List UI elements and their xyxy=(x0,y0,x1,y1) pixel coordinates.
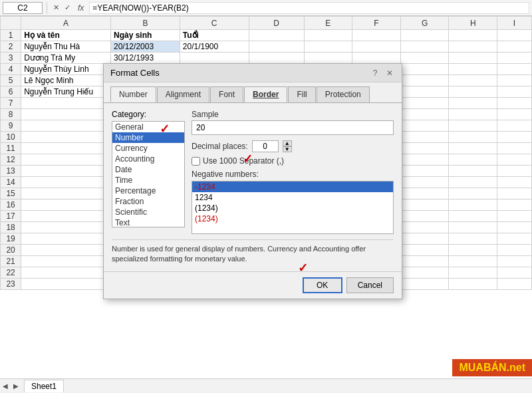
cell-r4c1[interactable]: Nguyễn Thùy Linh xyxy=(21,64,111,75)
cell-r23c7[interactable] xyxy=(400,279,449,290)
cell-r8c9[interactable] xyxy=(497,109,532,120)
cell-r16c1[interactable] xyxy=(21,199,111,211)
cell-r3c9[interactable] xyxy=(497,53,532,64)
cell-r17c1[interactable] xyxy=(21,211,111,222)
cell-r7c9[interactable] xyxy=(497,98,532,109)
tab-font[interactable]: Font xyxy=(210,86,243,102)
row-header-7[interactable]: 7 xyxy=(1,98,21,109)
cell-r21c7[interactable] xyxy=(400,256,449,267)
sheet-tab[interactable]: Sheet1 xyxy=(24,380,64,392)
col-header-c[interactable]: C xyxy=(180,17,249,30)
cell-r13c1[interactable] xyxy=(21,166,111,177)
format-cells-dialog[interactable]: Format Cells ? ✕ Number Alignment Font B… xyxy=(103,63,402,299)
category-item-general[interactable]: General xyxy=(112,122,184,132)
formula-input[interactable] xyxy=(89,2,529,14)
cell-r4c9[interactable] xyxy=(497,64,532,75)
separator-checkbox[interactable] xyxy=(192,157,200,166)
cell-r21c8[interactable] xyxy=(449,256,497,267)
cell-r12c7[interactable] xyxy=(400,154,449,166)
tab-fill[interactable]: Fill xyxy=(288,86,315,102)
dialog-titlebar[interactable]: Format Cells ? ✕ xyxy=(104,64,402,82)
cell-r23c1[interactable] xyxy=(21,279,111,290)
cell-r12c9[interactable] xyxy=(497,154,532,166)
cell-r20c1[interactable] xyxy=(21,245,111,256)
category-item-scientific[interactable]: Scientific xyxy=(112,207,184,217)
cell-r16c8[interactable] xyxy=(449,199,497,211)
row-header-13[interactable]: 13 xyxy=(1,166,21,177)
cell-r19c1[interactable] xyxy=(21,233,111,245)
cell-r22c9[interactable] xyxy=(497,267,532,279)
cell-r19c8[interactable] xyxy=(449,233,497,245)
cell-r13c9[interactable] xyxy=(497,166,532,177)
cell-r12c1[interactable] xyxy=(21,154,111,166)
cell-r22c1[interactable] xyxy=(21,267,111,279)
cell-r3c2[interactable]: 30/12/1993 xyxy=(111,53,180,64)
cell-r23c9[interactable] xyxy=(497,279,532,290)
cell-r11c8[interactable] xyxy=(449,143,497,154)
cell-r8c7[interactable] xyxy=(400,109,449,120)
cell-r17c7[interactable] xyxy=(400,211,449,222)
cell-r2c6[interactable] xyxy=(352,41,401,53)
cell-r16c9[interactable] xyxy=(497,199,532,211)
row-header-9[interactable]: 9 xyxy=(1,120,21,132)
sheet-nav-left[interactable]: ◀ xyxy=(3,382,8,390)
cell-r3c4[interactable] xyxy=(249,53,304,64)
col-header-b[interactable]: B xyxy=(111,17,180,30)
cell-r3c7[interactable] xyxy=(400,53,449,64)
row-header-23[interactable]: 23 xyxy=(1,279,21,290)
row-header-20[interactable]: 20 xyxy=(1,245,21,256)
cell-r6c7[interactable] xyxy=(400,86,449,98)
col-header-a[interactable]: A xyxy=(21,17,111,30)
cell-r7c1[interactable] xyxy=(21,98,111,109)
cell-r6c9[interactable] xyxy=(497,86,532,98)
col-header-e[interactable]: E xyxy=(304,17,352,30)
category-item-text[interactable]: Text xyxy=(112,217,184,227)
cell-r5c8[interactable] xyxy=(449,75,497,86)
cell-r8c8[interactable] xyxy=(449,109,497,120)
cell-r1c9[interactable] xyxy=(497,30,532,41)
cell-r11c9[interactable] xyxy=(497,143,532,154)
cell-r13c8[interactable] xyxy=(449,166,497,177)
cell-r9c9[interactable] xyxy=(497,120,532,132)
cell-r2c8[interactable] xyxy=(449,41,497,53)
cell-r6c1[interactable]: Nguyễn Trung Hiếu xyxy=(21,86,111,98)
cell-r5c9[interactable] xyxy=(497,75,532,86)
cell-r6c8[interactable] xyxy=(449,86,497,98)
row-header-19[interactable]: 19 xyxy=(1,233,21,245)
cell-r10c1[interactable] xyxy=(21,132,111,143)
row-header-14[interactable]: 14 xyxy=(1,177,21,188)
negative-numbers-list[interactable]: -12341234(1234)(1234) xyxy=(192,181,394,234)
cell-r2c1[interactable]: Nguyễn Thu Hà xyxy=(21,41,111,53)
row-header-2[interactable]: 2 xyxy=(1,41,21,53)
cell-r2c5[interactable] xyxy=(304,41,352,53)
cell-r1c4[interactable] xyxy=(249,30,304,41)
cell-r15c1[interactable] xyxy=(21,188,111,199)
cell-r11c7[interactable] xyxy=(400,143,449,154)
cell-r21c9[interactable] xyxy=(497,256,532,267)
row-header-5[interactable]: 5 xyxy=(1,75,21,86)
cell-r17c9[interactable] xyxy=(497,211,532,222)
ok-button[interactable]: OK xyxy=(303,277,342,293)
col-header-h[interactable]: H xyxy=(449,17,497,30)
row-header-8[interactable]: 8 xyxy=(1,109,21,120)
cell-r15c9[interactable] xyxy=(497,188,532,199)
neg-item-3[interactable]: (1234) xyxy=(192,213,393,224)
category-item-accounting[interactable]: Accounting xyxy=(112,154,184,164)
cell-ref-input[interactable] xyxy=(3,2,43,14)
cell-r13c7[interactable] xyxy=(400,166,449,177)
cell-r2c4[interactable] xyxy=(249,41,304,53)
decimal-input[interactable] xyxy=(252,140,279,152)
cell-r1c6[interactable] xyxy=(352,30,401,41)
col-header-g[interactable]: G xyxy=(400,17,449,30)
sheet-nav-right[interactable]: ▶ xyxy=(13,382,19,390)
cell-r9c1[interactable] xyxy=(21,120,111,132)
cell-r1c7[interactable] xyxy=(400,30,449,41)
cell-r2c2[interactable]: 20/12/2003 xyxy=(111,41,180,53)
cell-r3c1[interactable]: Dương Trà My xyxy=(21,53,111,64)
cell-r10c9[interactable] xyxy=(497,132,532,143)
cell-r3c8[interactable] xyxy=(449,53,497,64)
category-item-date[interactable]: Date xyxy=(112,164,184,175)
row-header-18[interactable]: 18 xyxy=(1,222,21,233)
neg-item-2[interactable]: (1234) xyxy=(192,203,393,213)
cell-r1c1[interactable]: Họ và tên xyxy=(21,30,111,41)
